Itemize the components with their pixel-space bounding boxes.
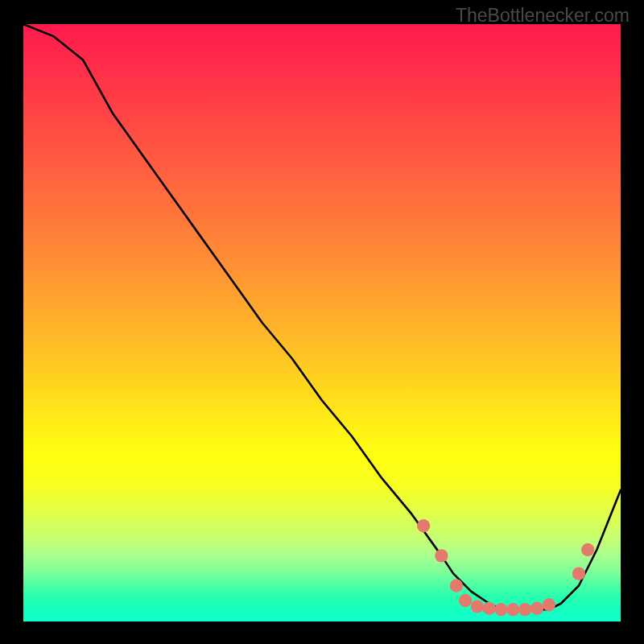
data-point [530,602,543,615]
curve-layer [23,24,621,609]
data-point [518,603,531,616]
data-point [450,579,463,592]
data-point [417,519,430,532]
chart-svg [23,24,621,621]
data-point [435,549,448,562]
chart-container [0,0,644,644]
plot-area [23,24,621,621]
marker-layer [417,519,594,616]
data-point [494,603,507,616]
data-point [581,543,594,556]
watermark-text: TheBottlenecker.com [456,5,630,27]
data-point [471,600,484,613]
data-point [506,603,519,616]
data-point [483,602,496,615]
data-point [572,567,585,580]
bottleneck-curve [23,24,621,609]
data-point [543,598,555,611]
data-point [459,594,472,607]
